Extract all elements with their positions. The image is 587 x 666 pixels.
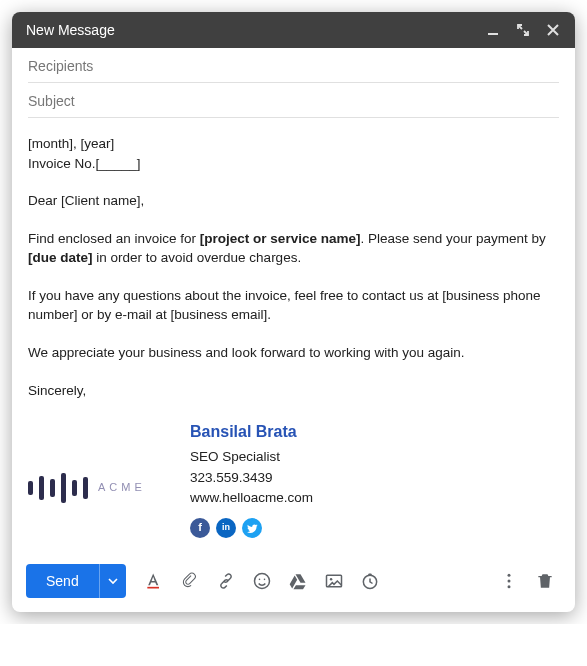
send-options-button[interactable] [99, 564, 126, 598]
svg-point-2 [254, 574, 269, 589]
svg-point-6 [330, 578, 333, 581]
attach-file-icon[interactable] [174, 565, 206, 597]
facebook-icon[interactable]: f [190, 518, 210, 538]
logo-text: ACME [98, 480, 146, 496]
signature-logo: ACME [28, 420, 168, 538]
insert-drive-icon[interactable] [282, 565, 314, 597]
insert-photo-icon[interactable] [318, 565, 350, 597]
signature-name: Bansilal Brata [190, 420, 313, 443]
close-icon[interactable] [545, 22, 561, 38]
signature-title: SEO Specialist [190, 447, 313, 467]
signature-phone: 323.559.3439 [190, 468, 313, 488]
insert-emoji-icon[interactable] [246, 565, 278, 597]
signature-website: www.helloacme.com [190, 488, 313, 508]
titlebar: New Message [12, 12, 575, 48]
body-line: [month], [year] [28, 134, 559, 154]
logo-bars-icon [28, 473, 88, 503]
body-line: Invoice No.[_____] [28, 154, 559, 174]
confidential-mode-icon[interactable] [354, 565, 386, 597]
window-title: New Message [26, 22, 115, 38]
fullscreen-icon[interactable] [515, 22, 531, 38]
svg-rect-1 [147, 587, 159, 589]
chevron-down-icon [108, 576, 118, 586]
twitter-icon[interactable] [242, 518, 262, 538]
svg-point-3 [258, 579, 260, 581]
linkedin-icon[interactable]: in [216, 518, 236, 538]
body-paragraph: We appreciate your business and look for… [28, 343, 559, 363]
svg-rect-8 [368, 574, 371, 577]
format-text-icon[interactable] [138, 565, 170, 597]
body-paragraph: If you have any questions about the invo… [28, 286, 559, 325]
svg-point-10 [508, 580, 511, 583]
message-body[interactable]: [month], [year] Invoice No.[_____] Dear … [12, 118, 575, 554]
body-closing: Sincerely, [28, 381, 559, 401]
signature-block: ACME Bansilal Brata SEO Specialist 323.5… [28, 420, 559, 538]
compose-toolbar: Send [12, 554, 575, 612]
compose-window: New Message Recipients Subject [month], … [12, 12, 575, 612]
svg-point-4 [263, 579, 265, 581]
body-paragraph: Find enclosed an invoice for [project or… [28, 229, 559, 268]
svg-point-11 [508, 585, 511, 588]
svg-point-9 [508, 574, 511, 577]
body-greeting: Dear [Client name], [28, 191, 559, 211]
insert-link-icon[interactable] [210, 565, 242, 597]
discard-draft-icon[interactable] [529, 565, 561, 597]
svg-rect-0 [488, 33, 498, 35]
more-options-icon[interactable] [493, 565, 525, 597]
minimize-icon[interactable] [485, 22, 501, 38]
send-button[interactable]: Send [26, 564, 99, 598]
recipients-input[interactable]: Recipients [28, 48, 559, 83]
subject-input[interactable]: Subject [28, 83, 559, 118]
